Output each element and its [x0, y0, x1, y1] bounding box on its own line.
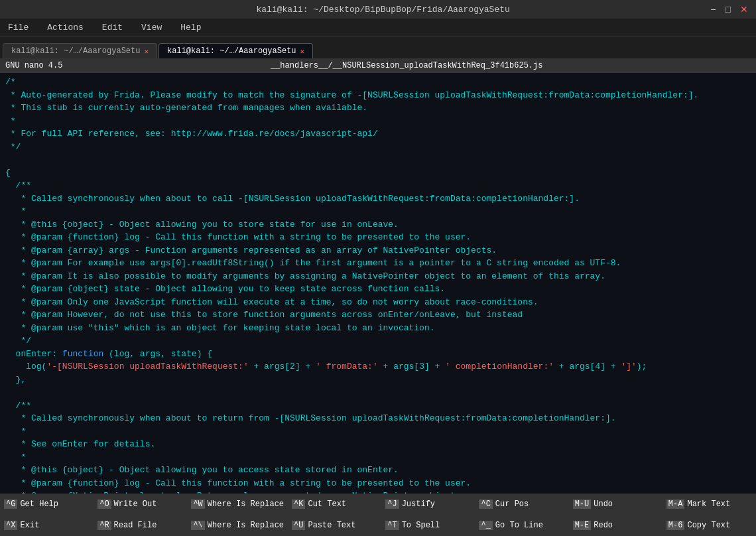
close-button[interactable]: ✕ — [737, 4, 751, 15]
shortcut-key-where-is: ^W — [191, 500, 204, 509]
shortcut-key-go-to-line: ^_ — [479, 521, 492, 530]
shortcut-label-read-file: Read File — [114, 521, 157, 530]
tab-2-close[interactable]: ✕ — [300, 47, 305, 56]
shortcut-label-cur-pos: Cur Pos — [495, 500, 529, 509]
shortcut-key-write-out: ^O — [97, 500, 111, 509]
shortcut-label-write-out: Write Out — [114, 500, 157, 509]
shortcut-to-spell[interactable]: ^T To Spell — [381, 519, 475, 531]
menu-actions[interactable]: Actions — [44, 21, 86, 34]
title-bar-title: kali@kali: ~/Desktop/BipBupBop/Frida/Aaa… — [58, 5, 708, 15]
shortcut-undo[interactable]: M-U Undo — [569, 498, 662, 510]
shortcut-copy-text[interactable]: M-6 Copy Text — [662, 519, 756, 531]
tab-bar: kali@kali: ~/…/AaarogyaSetu ✕ kali@kali:… — [0, 37, 756, 58]
shortcut-key-justify: ^J — [385, 500, 399, 509]
shortcut-label-copy-text: Copy Text — [687, 521, 730, 530]
shortcut-read-file[interactable]: ^R Read File — [94, 519, 187, 531]
nano-version: GNU nano 4.5 — [5, 61, 62, 70]
menu-edit[interactable]: Edit — [99, 21, 125, 34]
menu-view[interactable]: View — [139, 21, 164, 34]
shortcut-key-replace: ^\ — [191, 521, 204, 530]
shortcut-label-paste-text: Paste Text — [308, 521, 355, 530]
shortcut-label-cut-text: Cut Text — [308, 500, 346, 509]
shortcut-replace[interactable]: ^\ Where Is Replace — [187, 519, 288, 531]
shortcut-key-copy-text: M-6 — [666, 521, 685, 530]
shortcut-key-undo: M-U — [573, 500, 592, 509]
shortcut-go-to-line[interactable]: ^_ Go To Line — [475, 519, 568, 531]
shortcut-label-mark-text: Mark Text — [687, 500, 730, 509]
tab-1-close[interactable]: ✕ — [144, 47, 149, 56]
shortcut-label-justify: Justify — [402, 500, 435, 509]
shortcut-label-exit: Exit — [20, 521, 39, 530]
shortcut-key-exit: ^X — [4, 521, 17, 530]
shortcut-label-go-to-line: Go To Line — [495, 521, 543, 530]
shortcut-label-where-is: Where Is Replace — [208, 500, 284, 509]
nano-filename: __handlers__/__NSURLSession_uploadTaskWi… — [271, 61, 542, 70]
shortcut-get-help[interactable]: ^G Get Help — [0, 498, 94, 510]
minimize-button[interactable]: − — [708, 4, 718, 15]
tab-1[interactable]: kali@kali: ~/…/AaarogyaSetu ✕ — [3, 43, 157, 58]
menu-file[interactable]: File — [5, 21, 31, 34]
shortcut-key-mark-text: M-A — [666, 500, 685, 509]
tab-2-label: kali@kali: ~/…/AaarogyaSetu — [167, 46, 296, 56]
shortcut-key-cur-pos: ^C — [479, 500, 492, 509]
shortcut-key-read-file: ^R — [97, 521, 111, 530]
shortcut-label-get-help: Get Help — [20, 500, 58, 509]
shortcut-key-cut-text: ^K — [292, 500, 305, 509]
nano-header: GNU nano 4.5 __handlers__/__NSURLSession… — [0, 58, 756, 73]
shortcut-mark-text[interactable]: M-A Mark Text — [662, 498, 756, 510]
shortcut-label-replace: Where Is Replace — [208, 521, 284, 530]
shortcut-key-paste-text: ^U — [292, 521, 305, 530]
shortcut-justify[interactable]: ^J Justify — [381, 498, 475, 510]
shortcut-where-is[interactable]: ^W Where Is Replace — [187, 498, 288, 510]
shortcut-label-to-spell: To Spell — [402, 521, 440, 530]
menu-help[interactable]: Help — [178, 21, 204, 34]
shortcut-key-redo: M-E — [573, 521, 592, 530]
tab-2[interactable]: kali@kali: ~/…/AaarogyaSetu ✕ — [158, 43, 313, 58]
shortcut-bar: ^G Get Help ^O Write Out ^W Where Is Rep… — [0, 494, 756, 536]
shortcut-paste-text[interactable]: ^U Paste Text — [288, 519, 381, 531]
shortcut-write-out[interactable]: ^O Write Out — [94, 498, 187, 510]
shortcut-label-redo: Redo — [594, 521, 613, 530]
title-bar: kali@kali: ~/Desktop/BipBupBop/Frida/Aaa… — [0, 0, 756, 19]
shortcut-redo[interactable]: M-E Redo — [569, 519, 662, 531]
shortcut-exit[interactable]: ^X Exit — [0, 519, 94, 531]
shortcut-key-to-spell: ^T — [385, 521, 399, 530]
shortcut-cur-pos[interactable]: ^C Cur Pos — [475, 498, 568, 510]
window-controls[interactable]: − □ ✕ — [708, 4, 751, 15]
shortcut-cut-text[interactable]: ^K Cut Text — [288, 498, 381, 510]
shortcut-label-undo: Undo — [594, 500, 613, 509]
editor[interactable]: /* * Auto-generated by Frida. Please mod… — [0, 73, 756, 494]
tab-1-label: kali@kali: ~/…/AaarogyaSetu — [11, 46, 140, 56]
maximize-button[interactable]: □ — [723, 4, 733, 15]
shortcut-key-get-help: ^G — [4, 500, 17, 509]
menu-bar: File Actions Edit View Help — [0, 19, 756, 37]
